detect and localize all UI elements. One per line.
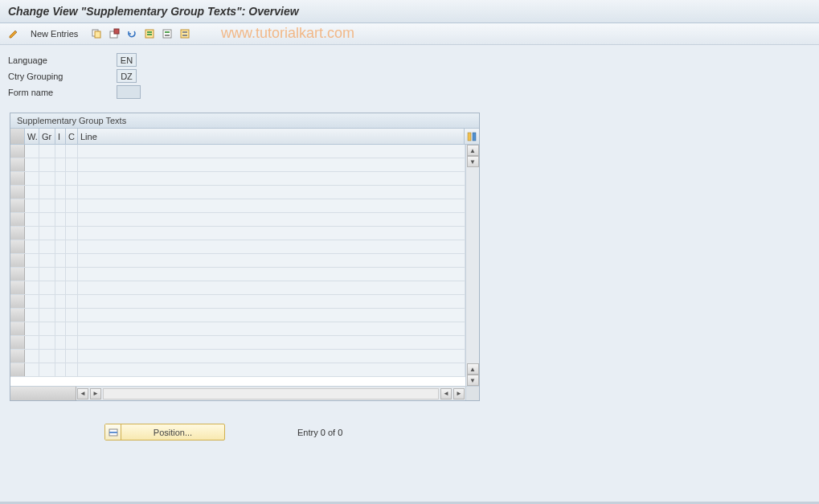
svg-rect-10 — [181, 30, 189, 38]
grid-container: Supplementary Group Texts W. Gr I C Line — [10, 113, 480, 401]
svg-rect-6 — [147, 34, 152, 35]
language-label: Language — [8, 55, 117, 65]
svg-rect-11 — [182, 31, 187, 33]
footer: Position... Entry 0 of 0 — [0, 424, 819, 440]
watermark-text: www.tutorialkart.com — [221, 25, 354, 42]
table-row[interactable] — [10, 227, 465, 240]
col-gr[interactable]: Gr — [39, 129, 55, 144]
delete-icon[interactable] — [107, 27, 121, 41]
scroll-down-icon[interactable]: ▼ — [467, 156, 479, 167]
table-row[interactable] — [10, 350, 465, 363]
svg-rect-8 — [165, 31, 170, 33]
col-c[interactable]: C — [66, 129, 78, 144]
deselect-icon[interactable] — [178, 27, 192, 41]
entry-count-text: Entry 0 of 0 — [297, 428, 342, 437]
table-row[interactable] — [10, 172, 465, 186]
table-row[interactable] — [10, 199, 465, 213]
undo-icon[interactable] — [125, 27, 139, 41]
configure-columns-icon[interactable] — [465, 129, 479, 144]
table-row[interactable] — [10, 254, 465, 268]
scroll-down-icon[interactable]: ▼ — [467, 375, 479, 386]
table-row[interactable] — [10, 363, 465, 377]
select-block-icon[interactable] — [160, 27, 174, 41]
col-selector[interactable] — [10, 129, 25, 144]
page-title: Change View "Supplementary Group Texts":… — [0, 0, 819, 23]
table-row[interactable] — [10, 281, 465, 295]
svg-rect-16 — [109, 432, 117, 433]
table-row[interactable] — [10, 186, 465, 199]
table-row[interactable] — [10, 213, 465, 227]
form-name-field[interactable] — [117, 85, 141, 99]
ctry-grouping-label: Ctry Grouping — [8, 72, 117, 81]
toolbar: New Entries www.tutorialkart.com — [0, 23, 819, 45]
form-name-label: Form name — [8, 88, 117, 97]
position-icon — [105, 424, 121, 440]
grid-header: W. Gr I C Line — [10, 129, 479, 145]
new-entries-button[interactable]: New Entries — [26, 27, 83, 40]
horizontal-scrollbar[interactable]: ◄ ► ◄ ► — [10, 386, 479, 400]
scroll-up-icon[interactable]: ▲ — [467, 145, 479, 156]
table-row[interactable] — [10, 309, 465, 322]
scroll-right-icon[interactable]: ► — [453, 388, 465, 400]
position-button[interactable]: Position... — [104, 424, 225, 440]
table-row[interactable] — [10, 268, 465, 281]
col-w[interactable]: W. — [25, 129, 39, 144]
grid-rows — [10, 145, 465, 386]
grid-body: ▲ ▼ ▲ ▼ — [10, 145, 479, 386]
scroll-up-icon[interactable]: ▲ — [467, 363, 479, 375]
scroll-left-icon[interactable]: ◄ — [77, 388, 88, 400]
vertical-scrollbar[interactable]: ▲ ▼ ▲ ▼ — [465, 145, 479, 386]
svg-rect-3 — [114, 29, 119, 34]
table-row[interactable] — [10, 295, 465, 309]
svg-rect-7 — [163, 30, 171, 38]
col-i[interactable]: I — [55, 129, 66, 144]
table-row[interactable] — [10, 240, 465, 254]
ctry-grouping-field[interactable] — [117, 69, 137, 83]
pencil-icon[interactable] — [6, 27, 21, 41]
language-field[interactable] — [117, 53, 137, 67]
scroll-right-icon[interactable]: ► — [90, 388, 101, 400]
scroll-left-icon[interactable]: ◄ — [440, 388, 452, 400]
col-line[interactable]: Line — [78, 129, 465, 144]
svg-rect-14 — [473, 133, 476, 141]
table-row[interactable] — [10, 158, 465, 172]
svg-rect-13 — [468, 133, 471, 141]
svg-rect-12 — [182, 35, 187, 36]
table-row[interactable] — [10, 322, 465, 336]
table-row[interactable] — [10, 336, 465, 350]
select-all-icon[interactable] — [142, 27, 157, 41]
grid-title: Supplementary Group Texts — [10, 113, 479, 129]
table-row[interactable] — [10, 145, 465, 158]
svg-rect-9 — [165, 35, 170, 36]
form-section: Language Ctry Grouping Form name — [0, 45, 819, 106]
svg-rect-5 — [147, 31, 152, 33]
svg-rect-1 — [95, 31, 100, 38]
position-label: Position... — [121, 428, 224, 437]
copy-icon[interactable] — [89, 27, 104, 41]
